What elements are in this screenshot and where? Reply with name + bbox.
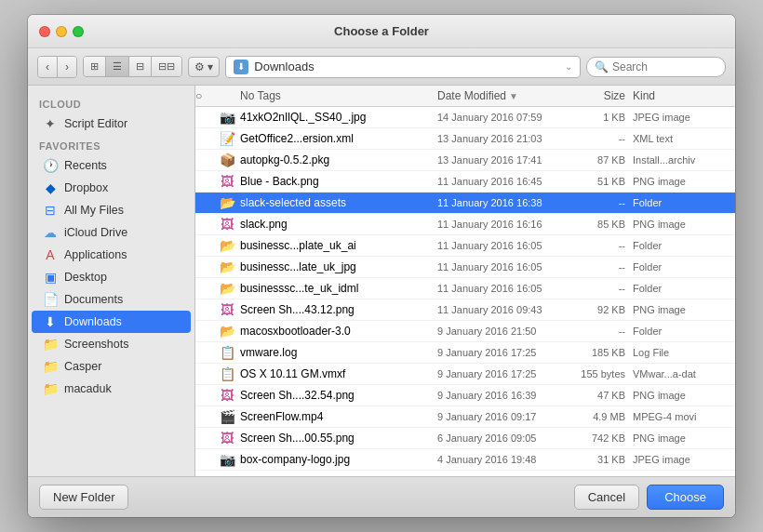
sidebar-item-recents[interactable]: 🕐 Recents bbox=[32, 154, 191, 177]
file-type-icon: 📂 bbox=[218, 281, 236, 296]
location-bar[interactable]: ⬇ Downloads ⌄ bbox=[225, 56, 581, 78]
view-cover-button[interactable]: ⊟⊟ bbox=[152, 57, 181, 76]
file-kind: PNG image bbox=[633, 390, 735, 401]
file-name: businessc...late_uk_jpg bbox=[240, 260, 437, 273]
sidebar-item-script-editor[interactable]: ✦ Script Editor bbox=[32, 113, 191, 135]
table-row[interactable]: 📋 OS X 10.11 GM.vmxf 9 January 2016 17:2… bbox=[195, 364, 735, 385]
file-kind: JPEG image bbox=[633, 112, 735, 123]
recents-icon: 🕐 bbox=[43, 158, 58, 173]
file-date: 9 January 2016 21:50 bbox=[437, 326, 568, 337]
nav-buttons: ‹ › bbox=[37, 56, 77, 78]
th-date[interactable]: Date Modified ▼ bbox=[437, 89, 568, 102]
file-name: Screen Sh....00.55.png bbox=[240, 432, 437, 445]
table-row[interactable]: 🎬 ScreenFlow.mp4 9 January 2016 09:17 4.… bbox=[195, 406, 735, 428]
table-row[interactable]: 🖼 Screen Sh....43.12.png 11 January 2016… bbox=[195, 299, 735, 321]
table-row[interactable]: 📂 macosxbootloader-3.0 9 January 2016 21… bbox=[195, 321, 735, 342]
desktop-icon: ▣ bbox=[43, 270, 58, 285]
search-input[interactable] bbox=[612, 60, 735, 73]
file-date: 9 January 2016 09:17 bbox=[437, 411, 568, 422]
table-row[interactable]: 📋 vmware.log 9 January 2016 17:25 185 KB… bbox=[195, 342, 735, 364]
th-kind[interactable]: Kind bbox=[633, 89, 735, 102]
all-files-icon: ⊟ bbox=[43, 203, 58, 218]
file-type-icon: 🖼 bbox=[218, 302, 236, 317]
sidebar-item-label: Documents bbox=[64, 293, 123, 306]
view-column-button[interactable]: ⊟ bbox=[129, 57, 152, 76]
sidebar-item-dropbox[interactable]: ◆ Dropbox bbox=[32, 177, 191, 199]
sidebar-item-macaduk[interactable]: 📁 macaduk bbox=[32, 378, 191, 400]
back-button[interactable]: ‹ bbox=[38, 57, 58, 77]
file-size: 155 bytes bbox=[568, 368, 633, 379]
table-row[interactable]: 🖼 Screen Sh....32.54.png 9 January 2016 … bbox=[195, 385, 735, 406]
location-text: Downloads bbox=[254, 60, 559, 73]
table-row[interactable]: 🖼 Screen Sh....00.55.png 6 January 2016 … bbox=[195, 428, 735, 449]
file-date: 11 January 2016 09:43 bbox=[437, 304, 568, 315]
file-size: -- bbox=[568, 283, 633, 294]
file-type-icon: 🖼 bbox=[218, 174, 236, 189]
sidebar-item-casper[interactable]: 📁 Casper bbox=[32, 355, 191, 378]
table-row[interactable]: 📝 GetOffice2...ersion.xml 13 January 201… bbox=[195, 128, 735, 150]
file-kind: JPEG image bbox=[633, 454, 735, 465]
file-size: -- bbox=[568, 197, 633, 208]
sidebar-item-icloud-drive[interactable]: ☁ iCloud Drive bbox=[32, 221, 191, 244]
sidebar: iCloud ✦ Script Editor Favorites 🕐 Recen… bbox=[28, 86, 195, 476]
file-type-icon: 🖼 bbox=[218, 431, 236, 446]
view-icon-button[interactable]: ⊞ bbox=[84, 57, 106, 76]
minimize-button[interactable] bbox=[56, 26, 67, 37]
sidebar-item-downloads[interactable]: ⬇ Downloads bbox=[32, 311, 191, 333]
new-folder-button[interactable]: New Folder bbox=[39, 485, 128, 510]
close-button[interactable] bbox=[39, 26, 50, 37]
file-name: macosxbootloader-3.0 bbox=[240, 325, 437, 338]
th-name[interactable]: No Tags bbox=[240, 89, 437, 102]
file-name: autopkg-0.5.2.pkg bbox=[240, 153, 437, 166]
casper-icon: 📁 bbox=[43, 359, 58, 374]
toolbar: ‹ › ⊞ ☰ ⊟ ⊟⊟ ⚙ ▾ ⬇ Downloads ⌄ 🔍 bbox=[28, 48, 735, 86]
choose-button[interactable]: Choose bbox=[647, 485, 724, 510]
table-row[interactable]: 📂 businessc...plate_uk_ai 11 January 201… bbox=[195, 235, 735, 257]
titlebar: Choose a Folder bbox=[28, 15, 735, 48]
file-kind: MPEG-4 movi bbox=[633, 411, 735, 422]
file-date: 14 January 2016 07:59 bbox=[437, 112, 568, 123]
finder-window: Choose a Folder ‹ › ⊞ ☰ ⊟ ⊟⊟ ⚙ ▾ ⬇ Downl… bbox=[28, 15, 735, 517]
file-size: 1 KB bbox=[568, 112, 633, 123]
table-row[interactable]: 📂 businessc...late_uk_jpg 11 January 201… bbox=[195, 257, 735, 278]
sidebar-item-label: Script Editor bbox=[64, 117, 127, 130]
cancel-button[interactable]: Cancel bbox=[574, 485, 639, 510]
sidebar-item-all-my-files[interactable]: ⊟ All My Files bbox=[32, 199, 191, 221]
file-type-icon: 📂 bbox=[218, 195, 236, 210]
table-row[interactable]: 📦 autopkg-0.5.2.pkg 13 January 2016 17:4… bbox=[195, 150, 735, 171]
action-button[interactable]: ⚙ ▾ bbox=[188, 57, 220, 77]
table-row[interactable]: 📂 businesssc...te_uk_idml 11 January 201… bbox=[195, 278, 735, 299]
sidebar-item-screenshots[interactable]: 📁 Screenshots bbox=[32, 333, 191, 355]
table-row[interactable]: 🖼 slack.png 11 January 2016 16:16 85 KB … bbox=[195, 214, 735, 235]
th-size[interactable]: Size bbox=[568, 89, 633, 102]
documents-icon: 📄 bbox=[43, 292, 58, 307]
file-kind: XML text bbox=[633, 133, 735, 144]
file-name: ScreenFlow.mp4 bbox=[240, 410, 437, 423]
file-type-icon: 📦 bbox=[218, 153, 236, 167]
sidebar-item-label: All My Files bbox=[64, 204, 124, 217]
file-size: 31 KB bbox=[568, 454, 633, 465]
table-row[interactable]: 📷 box-company-logo.jpg 4 January 2016 19… bbox=[195, 449, 735, 471]
table-row[interactable]: 📂 slack-selected assets 11 January 2016 … bbox=[195, 193, 735, 214]
forward-button[interactable]: › bbox=[58, 57, 76, 77]
file-date: 9 January 2016 17:25 bbox=[437, 347, 568, 358]
view-list-button[interactable]: ☰ bbox=[106, 57, 129, 76]
table-row[interactable]: 📷 box.logo_.jpg 4 January 2016 19:00 24 … bbox=[195, 471, 735, 476]
main-panel: ○ No Tags Date Modified ▼ Size Kind 📷 41… bbox=[195, 86, 735, 476]
file-name: box.logo_.jpg bbox=[240, 474, 437, 476]
table-row[interactable]: 📷 41xkO2nIlQL._SS40_.jpg 14 January 2016… bbox=[195, 107, 735, 128]
file-size: 51 KB bbox=[568, 176, 633, 187]
sidebar-item-desktop[interactable]: ▣ Desktop bbox=[32, 266, 191, 288]
file-date: 11 January 2016 16:45 bbox=[437, 176, 568, 187]
file-date: 11 January 2016 16:05 bbox=[437, 240, 568, 251]
table-row[interactable]: 🖼 Blue - Back.png 11 January 2016 16:45 … bbox=[195, 171, 735, 193]
file-date: 9 January 2016 17:25 bbox=[437, 368, 568, 379]
maximize-button[interactable] bbox=[73, 26, 84, 37]
sidebar-item-label: macaduk bbox=[64, 382, 112, 395]
file-name: slack-selected assets bbox=[240, 196, 437, 209]
file-date: 13 January 2016 21:03 bbox=[437, 133, 568, 144]
sidebar-item-applications[interactable]: A Applications bbox=[32, 244, 191, 266]
file-type-icon: 🎬 bbox=[218, 409, 236, 424]
applications-icon: A bbox=[43, 247, 58, 262]
sidebar-item-documents[interactable]: 📄 Documents bbox=[32, 288, 191, 311]
